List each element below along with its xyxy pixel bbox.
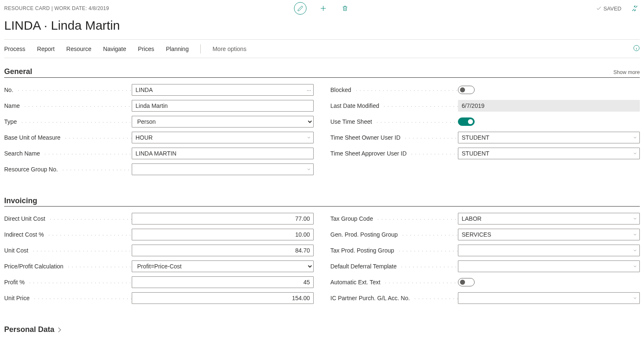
name-field[interactable] [132,100,314,112]
resource-group-field[interactable] [132,163,314,175]
no-field[interactable] [132,84,314,96]
delete-button[interactable] [340,3,350,13]
unit-price-field[interactable] [132,292,314,304]
pencil-icon [297,5,304,12]
direct-unit-cost-field[interactable] [132,213,314,225]
new-button[interactable] [318,3,328,13]
profit-field[interactable] [132,276,314,288]
ts-owner-field[interactable] [458,132,640,143]
action-process[interactable]: Process [4,46,26,52]
unit-cost-field[interactable] [132,245,314,256]
type-select[interactable]: Person [132,116,314,128]
ts-approver-field[interactable] [458,148,640,159]
info-button[interactable] [633,45,640,53]
check-icon [596,5,602,11]
info-icon [633,45,640,51]
unit-cost-label: Unit Cost [4,247,132,254]
price-profit-calc-label: Price/Profit Calculation [4,263,132,270]
tax-group-code-label: Tax Group Code [330,215,458,222]
profit-label: Profit % [4,279,132,286]
type-label: Type [4,118,132,125]
tax-group-code-field[interactable] [458,213,640,225]
search-name-label: Search Name [4,150,132,157]
buom-field[interactable] [132,132,314,143]
auto-ext-text-toggle[interactable] [458,278,475,286]
action-navigate[interactable]: Navigate [103,46,126,52]
invoicing-divider [4,206,640,207]
unit-price-label: Unit Price [4,295,132,301]
resource-group-label: Resource Group No. [4,166,132,173]
action-bar: Process Report Resource Navigate Prices … [4,40,640,58]
action-planning[interactable]: Planning [166,46,189,52]
edit-button[interactable] [294,2,307,15]
ts-owner-label: Time Sheet Owner User ID [330,134,458,141]
section-invoicing-title[interactable]: Invoicing [4,196,640,205]
blocked-toggle[interactable] [458,86,475,94]
collapse-button[interactable] [630,3,640,13]
use-time-sheet-label: Use Time Sheet [330,118,458,125]
action-prices[interactable]: Prices [138,46,154,52]
gen-prod-posting-label: Gen. Prod. Posting Group [330,231,458,238]
default-deferral-label: Default Deferral Template [330,263,458,270]
indirect-cost-field[interactable] [132,229,314,240]
context-label: RESOURCE CARD | WORK DATE: 4/8/2019 [4,5,109,11]
no-label: No. [4,87,132,93]
use-time-sheet-toggle[interactable] [458,117,475,126]
last-date-modified-label: Last Date Modified [330,102,458,109]
search-name-field[interactable] [132,148,314,159]
buom-label: Base Unit of Measure [4,134,132,141]
ic-partner-label: IC Partner Purch. G/L Acc. No. [330,295,458,301]
section-general-title[interactable]: General [4,67,32,76]
blocked-label: Blocked [330,87,458,93]
trash-icon [342,5,348,12]
indirect-cost-label: Indirect Cost % [4,231,132,238]
ic-partner-field[interactable] [458,292,640,304]
direct-unit-cost-label: Direct Unit Cost [4,215,132,222]
tax-prod-posting-label: Tax Prod. Posting Group [330,247,458,254]
gen-prod-posting-field[interactable] [458,229,640,240]
last-date-modified-field [458,100,640,112]
price-profit-calc-select[interactable]: Profit=Price-Cost [132,260,314,272]
page-title: LINDA · Linda Martin [4,18,640,33]
default-deferral-field[interactable] [458,260,640,272]
collapse-icon [631,5,638,12]
name-label: Name [4,102,132,109]
saved-status: SAVED [596,5,621,12]
action-separator [200,44,201,54]
action-report[interactable]: Report [37,46,55,52]
ts-approver-label: Time Sheet Approver User ID [330,150,458,157]
section-personal-data-title[interactable]: Personal Data [4,325,640,334]
tax-prod-posting-field[interactable] [458,245,640,256]
auto-ext-text-label: Automatic Ext. Text [330,279,458,286]
action-more-options[interactable]: More options [212,46,246,52]
show-more-link[interactable]: Show more [613,69,640,75]
plus-icon [319,5,327,12]
action-resource[interactable]: Resource [66,46,92,52]
